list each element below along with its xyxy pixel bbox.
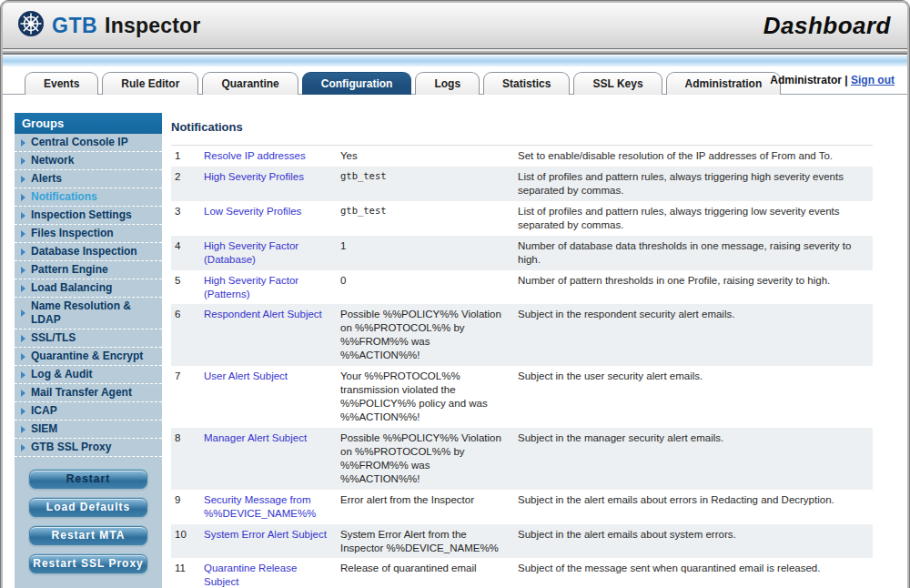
tab-logs[interactable]: Logs: [415, 72, 480, 95]
setting-description: Subject in the manager security alert em…: [518, 431, 873, 486]
setting-link[interactable]: Low Severity Profiles: [204, 206, 301, 217]
setting-value: Possible %%POLICY%% Violation on %%PROTO…: [340, 308, 509, 362]
tab-quarantine[interactable]: Quarantine: [202, 72, 298, 95]
setting-link[interactable]: High Severity Factor (Database): [204, 240, 298, 265]
button-restart[interactable]: Restart: [29, 470, 147, 489]
sidebar-item-name-resolution-ldap[interactable]: Name Resolution & LDAP: [15, 298, 162, 329]
tab-label: Events: [44, 77, 79, 90]
settings-table: 1 Resolve IP addresses Yes Set to enable…: [171, 145, 873, 588]
sidebar-item-notifications[interactable]: Notifications: [15, 188, 162, 207]
setting-value: Possible %%POLICY%% Violation on %%PROTO…: [340, 431, 509, 486]
setting-value: gtb_test: [340, 170, 509, 198]
tab-configuration[interactable]: Configuration: [302, 72, 412, 95]
setting-value: 0: [340, 274, 509, 301]
table-row: 5 High Severity Factor (Patterns) 0 Numb…: [171, 270, 873, 305]
row-number: 2: [175, 170, 195, 198]
setting-description: Set to enable/disable resolution of the …: [518, 149, 873, 163]
sidebar-item-mail-transfer-agent[interactable]: Mail Transfer Agent: [15, 384, 162, 402]
row-number: 8: [175, 431, 195, 486]
setting-link[interactable]: High Severity Factor (Patterns): [204, 275, 298, 299]
setting-link[interactable]: Manager Alert Subject: [204, 432, 307, 443]
table-row: 3 Low Severity Profiles gtb_test List of…: [171, 201, 873, 236]
setting-description: List of profiles and pattern rules, alwa…: [518, 205, 873, 232]
setting-name-cell: Security Message from %%DEVICE_NAME%%: [204, 493, 331, 521]
setting-link[interactable]: User Alert Subject: [204, 370, 288, 381]
arrow-right-icon: [21, 444, 25, 451]
sidebar-item-alerts[interactable]: Alerts: [15, 170, 162, 188]
setting-name-cell: Resolve IP addresses: [204, 149, 331, 163]
button-restart-mta[interactable]: Restart MTA: [29, 526, 147, 545]
tab-administration[interactable]: Administration: [666, 72, 782, 95]
setting-link[interactable]: Respondent Alert Subject: [204, 309, 322, 319]
user-bar-separator: |: [844, 74, 847, 86]
sidebar-item-pattern-engine[interactable]: Pattern Engine: [15, 261, 162, 279]
arrow-right-icon: [21, 285, 25, 292]
tab-rule-editor[interactable]: Rule Editor: [102, 72, 198, 95]
arrow-right-icon: [21, 390, 25, 397]
section-title: Notifications: [171, 120, 873, 134]
table-row: 1 Resolve IP addresses Yes Set to enable…: [171, 146, 873, 167]
sidebar-item-inspection-settings[interactable]: Inspection Settings: [15, 207, 162, 225]
button-restart-ssl-proxy[interactable]: Restart SSL Proxy: [29, 554, 147, 573]
sidebar-item-gtb-ssl-proxy[interactable]: GTB SSL Proxy: [15, 439, 162, 457]
tab-statistics[interactable]: Statistics: [483, 72, 570, 95]
arrow-right-icon: [21, 139, 25, 147]
table-row: 7 User Alert Subject Your %%PROTOCOL%% t…: [171, 366, 873, 428]
setting-link[interactable]: High Severity Profiles: [204, 171, 304, 182]
sidebar-item-list: Central Console IP Network Alerts Notifi…: [15, 134, 162, 457]
button-label: Restart: [66, 472, 110, 485]
sidebar-item-label: Network: [31, 154, 74, 167]
setting-name-cell: System Error Alert Subject: [204, 528, 331, 555]
tab-label: Logs: [434, 77, 460, 90]
ship-wheel-logo-icon: [17, 10, 45, 41]
arrow-right-icon: [21, 194, 25, 201]
setting-link[interactable]: System Error Alert Subject: [204, 529, 327, 540]
setting-value: gtb_test: [340, 205, 509, 232]
sidebar-item-log-audit[interactable]: Log & Audit: [15, 366, 162, 384]
arrow-right-icon: [21, 335, 25, 342]
table-row: 6 Respondent Alert Subject Possible %%PO…: [171, 304, 873, 366]
sidebar-item-label: Quarantine & Encrypt: [31, 350, 143, 363]
sidebar-item-load-balancing[interactable]: Load Balancing: [15, 279, 162, 298]
row-number: 6: [175, 308, 195, 362]
sidebar-item-siem[interactable]: SIEM: [15, 421, 162, 439]
setting-name-cell: Low Severity Profiles: [204, 205, 331, 232]
setting-value: Yes: [340, 149, 509, 163]
tab-events[interactable]: Events: [25, 72, 98, 95]
sidebar-item-files-inspection[interactable]: Files Inspection: [15, 225, 162, 243]
brand-gtb: GTB: [52, 14, 97, 38]
setting-description: Subject in the alert emails about errors…: [518, 493, 873, 521]
row-number: 1: [175, 149, 195, 163]
signout-link[interactable]: Sign out: [851, 74, 895, 86]
sidebar-item-database-inspection[interactable]: Database Inspection: [15, 243, 162, 261]
page: GTB Inspector Dashboard Events Rule Edit…: [0, 0, 910, 588]
setting-name-cell: Respondent Alert Subject: [204, 308, 331, 362]
sidebar-item-network[interactable]: Network: [15, 152, 162, 170]
arrow-right-icon: [21, 408, 25, 415]
gtb-logo[interactable]: GTB Inspector: [17, 10, 200, 41]
sidebar-item-ssl-tls[interactable]: SSL/TLS: [15, 329, 162, 348]
sidebar-item-icap[interactable]: ICAP: [15, 402, 162, 421]
main-content: Notifications 1 Resolve IP addresses Yes…: [171, 95, 873, 588]
setting-link[interactable]: Resolve IP addresses: [204, 150, 306, 161]
setting-link[interactable]: Quarantine Release Subject: [204, 563, 297, 587]
sidebar-header: Groups: [15, 113, 162, 134]
table-row: 8 Manager Alert Subject Possible %%POLIC…: [171, 428, 873, 490]
sidebar-item-label: Inspection Settings: [31, 208, 132, 222]
sidebar-item-label: Mail Transfer Agent: [31, 386, 132, 400]
row-number: 3: [175, 205, 195, 232]
user-bar: Administrator | Sign out: [770, 74, 895, 86]
sidebar-item-label: Log & Audit: [31, 368, 93, 381]
page-title: Dashboard: [763, 12, 891, 40]
sidebar-item-quarantine-encrypt[interactable]: Quarantine & Encrypt: [15, 348, 162, 366]
row-number: 4: [175, 239, 195, 267]
arrow-right-icon: [21, 212, 25, 219]
button-load-defaults[interactable]: Load Defaults: [29, 498, 147, 517]
sidebar-item-central-console-ip[interactable]: Central Console IP: [15, 134, 162, 152]
brand-product: Inspector: [105, 14, 200, 38]
tab-ssl-keys[interactable]: SSL Keys: [573, 72, 662, 95]
sidebar-item-label: Name Resolution & LDAP: [31, 299, 158, 327]
setting-link[interactable]: Security Message from %%DEVICE_NAME%%: [204, 494, 316, 519]
app-header: GTB Inspector Dashboard: [3, 3, 907, 48]
tab-label: SSL Keys: [592, 77, 642, 90]
